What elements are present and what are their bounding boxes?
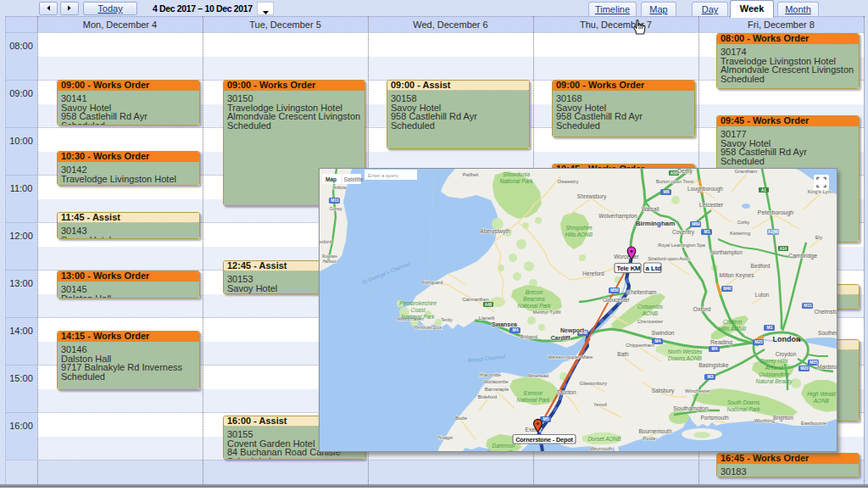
svg-text:Bath: Bath (617, 351, 629, 357)
svg-text:North Wessex: North Wessex (668, 349, 703, 354)
svg-text:Rosslare: Rosslare (322, 254, 337, 259)
svg-text:National Park: National Park (726, 406, 760, 412)
svg-text:Fishguard: Fishguard (422, 280, 442, 285)
svg-text:Milton Keynes: Milton Keynes (720, 272, 755, 279)
svg-text:Brighton: Brighton (773, 415, 794, 421)
svg-text:a Ltd: a Ltd (646, 265, 662, 272)
svg-text:Bournemouth: Bournemouth (638, 428, 671, 434)
svg-text:Enter a query: Enter a query (368, 173, 398, 178)
svg-text:Shropshire: Shropshire (565, 225, 593, 232)
svg-text:Oxford: Oxford (693, 306, 710, 312)
svg-text:AONB: AONB (813, 398, 830, 404)
svg-text:National Park: National Park (487, 449, 520, 451)
svg-text:Bude: Bude (455, 416, 468, 421)
svg-text:M25: M25 (754, 339, 763, 344)
svg-text:Portsmouth: Portsmouth (700, 415, 729, 421)
svg-text:Worthing: Worthing (754, 418, 775, 423)
svg-text:Southend: Southend (818, 330, 837, 336)
svg-text:Oswestry: Oswestry (557, 179, 578, 184)
svg-text:Hills AONB: Hills AONB (565, 232, 593, 237)
svg-text:Hills AONB: Hills AONB (719, 326, 747, 332)
svg-text:Poole: Poole (643, 436, 656, 441)
svg-text:Woolacombe: Woolacombe (483, 379, 508, 384)
svg-text:Ely: Ely (815, 235, 822, 240)
svg-text:Snowdonia: Snowdonia (503, 171, 531, 177)
svg-text:National Park: National Park (516, 397, 550, 403)
svg-text:Leicester: Leicester (699, 202, 724, 208)
svg-text:Llanelli: Llanelli (479, 315, 495, 321)
svg-text:Gloucester: Gloucester (603, 297, 630, 303)
svg-text:Reading: Reading (710, 339, 732, 346)
svg-text:Natural Beauty: Natural Beauty (756, 378, 793, 385)
svg-text:Corby: Corby (737, 220, 750, 225)
svg-text:Stratford-upon-Avon: Stratford-upon-Avon (648, 256, 689, 261)
svg-text:M11: M11 (804, 303, 812, 308)
svg-text:Satellite: Satellite (344, 176, 364, 182)
svg-text:M6: M6 (664, 189, 670, 194)
svg-text:Cardiff: Cardiff (551, 335, 570, 341)
svg-text:M20: M20 (800, 365, 809, 371)
svg-text:Dorset AONB: Dorset AONB (587, 436, 621, 442)
svg-text:Barnstaple: Barnstaple (485, 387, 509, 392)
svg-text:M50: M50 (610, 287, 619, 293)
svg-text:Aberystwyth: Aberystwyth (480, 228, 510, 235)
svg-text:Grantham: Grantham (735, 169, 758, 174)
svg-text:M5: M5 (543, 416, 549, 421)
svg-text:A14: A14 (780, 247, 787, 251)
svg-text:Map: Map (326, 176, 337, 183)
svg-text:Weston-super-Mare: Weston-super-Mare (548, 354, 594, 360)
svg-text:A1: A1 (761, 188, 766, 192)
svg-text:South Downs: South Downs (727, 399, 760, 405)
svg-text:Merthyr Tydfil: Merthyr Tydfil (533, 310, 561, 315)
svg-text:Tenby: Tenby (441, 317, 453, 322)
svg-text:Worcester: Worcester (614, 254, 639, 259)
svg-text:Basingstoke: Basingstoke (698, 362, 729, 369)
svg-text:M4: M4 (712, 346, 718, 351)
svg-text:Wexford: Wexford (320, 239, 331, 244)
svg-text:Swansea: Swansea (492, 321, 517, 327)
svg-text:Royal Leamington Spa: Royal Leamington Spa (658, 243, 706, 248)
svg-text:London: London (773, 335, 801, 343)
svg-text:Pembrokeshire: Pembrokeshire (399, 300, 437, 306)
svg-text:Bedford: Bedford (751, 263, 771, 269)
svg-text:Chelmsford: Chelmsford (814, 309, 837, 315)
svg-text:Birmingham: Birmingham (636, 220, 676, 227)
svg-text:A1(M): A1(M) (768, 230, 779, 234)
svg-text:Pembroke Dock: Pembroke Dock (415, 326, 442, 330)
svg-text:Chiltern: Chiltern (723, 319, 743, 325)
svg-text:Cirencester: Cirencester (637, 319, 664, 324)
svg-text:Wolverhampton: Wolverhampton (598, 213, 637, 220)
svg-text:M1: M1 (767, 325, 773, 330)
svg-text:M40: M40 (723, 286, 732, 291)
svg-text:Bridgend: Bridgend (520, 334, 537, 339)
svg-text:Newport: Newport (560, 327, 585, 334)
svg-text:A48: A48 (485, 303, 492, 307)
svg-text:Arklow: Arklow (333, 185, 348, 190)
svg-text:Taunton: Taunton (556, 389, 576, 395)
svg-text:Downs AONB: Downs AONB (668, 355, 703, 361)
svg-text:Luton: Luton (755, 292, 770, 298)
svg-text:Bideford: Bideford (478, 394, 497, 399)
svg-text:Weymouth: Weymouth (590, 446, 612, 451)
svg-text:Northampton: Northampton (710, 249, 743, 256)
svg-text:Tele KM: Tele KM (617, 265, 641, 272)
svg-text:Winchester: Winchester (685, 388, 710, 393)
svg-text:Hereford: Hereford (582, 271, 604, 276)
svg-text:Southampton: Southampton (673, 405, 709, 412)
svg-text:Surrey Hills: Surrey Hills (760, 358, 788, 365)
svg-text:M3: M3 (708, 374, 714, 379)
svg-text:Chippenham: Chippenham (626, 343, 654, 348)
svg-text:Carmarthen: Carmarthen (462, 297, 489, 302)
svg-text:Gorey: Gorey (330, 206, 342, 211)
svg-text:Ilfracombe: Ilfracombe (479, 372, 501, 377)
svg-text:Exmoor: Exmoor (524, 390, 543, 396)
svg-text:Burton upon Trent: Burton upon Trent (656, 179, 694, 184)
svg-text:Harbour: Harbour (323, 259, 337, 264)
svg-text:Derby: Derby (677, 169, 693, 175)
svg-text:National Park: National Park (517, 303, 551, 309)
svg-text:Cambridge: Cambridge (788, 253, 817, 259)
svg-text:Salisbury: Salisbury (652, 388, 675, 394)
svg-text:Brecon: Brecon (526, 289, 543, 295)
svg-text:Glastonbury: Glastonbury (580, 381, 607, 386)
svg-text:Cornerstone - Depot: Cornerstone - Depot (515, 436, 573, 444)
